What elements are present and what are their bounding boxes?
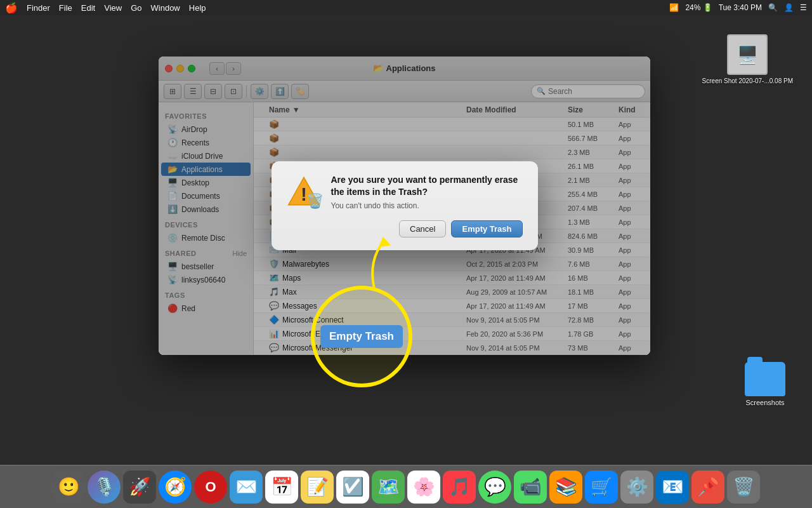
menubar-left: 🍎 Finder File Edit View Go Window Help — [5, 2, 659, 14]
menubar-help[interactable]: Help — [189, 3, 206, 13]
dock-item-books[interactable]: 📚 — [549, 471, 582, 504]
dock-item-outlook[interactable]: 📧 — [656, 471, 689, 504]
dock-item-maps[interactable]: 🗺️ — [372, 471, 405, 504]
user-icon[interactable]: 👤 — [784, 3, 794, 12]
callout-label: Empty Trash — [320, 325, 403, 348]
menubar-finder[interactable]: Finder — [27, 3, 50, 13]
menubar-right: 📶 24% 🔋 Tue 3:40 PM 🔍 👤 ☰ — [669, 3, 807, 12]
dock-item-safari[interactable]: 🧭 — [159, 471, 192, 504]
dock-item-opera[interactable]: O — [194, 471, 227, 504]
search-icon[interactable]: 🔍 — [768, 3, 778, 12]
list-icon[interactable]: ☰ — [800, 3, 807, 12]
callout-annotation: Empty Trash — [311, 286, 412, 387]
dock: 🙂 🎙️ 🚀 🧭 O ✉️ 📅 📝 ☑️ 🗺️ 🌸 🎵 💬 📹 📚 🛒 ⚙️ 📧… — [0, 465, 812, 508]
dialog-top: ! 🗑️ Are you sure you want to permanentl… — [287, 174, 523, 210]
dock-item-launchpad[interactable]: 🚀 — [123, 471, 156, 504]
empty-trash-dialog: ! 🗑️ Are you sure you want to permanentl… — [272, 161, 538, 250]
dock-item-trash[interactable]: 🗑️ — [727, 471, 760, 504]
menubar-edit[interactable]: Edit — [81, 3, 95, 13]
dock-item-appstore[interactable]: 🛒 — [585, 471, 618, 504]
menubar-go[interactable]: Go — [131, 3, 141, 13]
dock-item-notes[interactable]: 📝 — [301, 471, 334, 504]
battery-status: 24% 🔋 — [685, 3, 712, 12]
warning-icon: ! 🗑️ — [287, 174, 321, 208]
screenshots-folder-icon[interactable]: Screenshots — [745, 362, 785, 406]
screenshot-icon-label: Screen Shot 2020-07-...0.08 PM — [702, 77, 793, 84]
wifi-icon: 📶 — [669, 3, 679, 12]
callout-circle: Empty Trash — [311, 286, 412, 387]
dialog-buttons: Cancel Empty Trash — [287, 220, 523, 237]
dock-item-music[interactable]: 🎵 — [443, 471, 476, 504]
dialog-title: Are you sure you want to permanently era… — [331, 174, 523, 197]
dock-item-messages[interactable]: 💬 — [478, 471, 511, 504]
desktop: 🖥️ Screen Shot 2020-07-...0.08 PM Screen… — [0, 15, 812, 470]
menubar-file[interactable]: File — [59, 3, 72, 13]
clock: Tue 3:40 PM — [719, 3, 762, 12]
dock-item-photos[interactable]: 🌸 — [407, 471, 440, 504]
dock-item-mail[interactable]: ✉️ — [230, 471, 263, 504]
dialog-text: Are you sure you want to permanently era… — [331, 174, 523, 210]
screenshot-desktop-icon[interactable]: 🖥️ Screen Shot 2020-07-...0.08 PM — [702, 34, 793, 84]
dialog-subtitle: You can't undo this action. — [331, 201, 523, 210]
dock-item-sysprefs[interactable]: ⚙️ — [620, 471, 653, 504]
dock-item-siri[interactable]: 🎙️ — [88, 471, 121, 504]
menubar: 🍎 Finder File Edit View Go Window Help 📶… — [0, 0, 812, 15]
menubar-window[interactable]: Window — [151, 3, 180, 13]
screenshots-folder-label: Screenshots — [745, 399, 784, 406]
dock-item-reminders[interactable]: ☑️ — [336, 471, 369, 504]
dock-item-stickies[interactable]: 📌 — [691, 471, 724, 504]
apple-menu[interactable]: 🍎 — [5, 2, 18, 14]
dock-item-facetime[interactable]: 📹 — [514, 471, 547, 504]
callout-arrow — [349, 235, 400, 292]
svg-marker-2 — [377, 236, 391, 247]
dock-item-finder[interactable]: 🙂 — [52, 471, 85, 504]
dock-item-calendar[interactable]: 📅 — [265, 471, 298, 504]
cancel-button[interactable]: Cancel — [399, 220, 446, 237]
empty-trash-button[interactable]: Empty Trash — [451, 220, 522, 237]
menubar-view[interactable]: View — [104, 3, 122, 13]
